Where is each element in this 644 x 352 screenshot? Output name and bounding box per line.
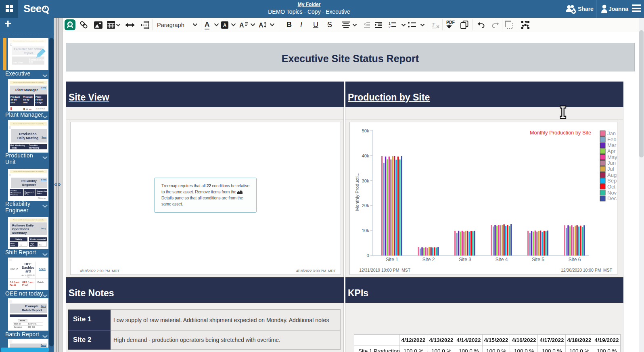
- svg-text:10k: 10k: [362, 228, 369, 233]
- svg-text:May: May: [607, 154, 617, 160]
- svg-text:Oct: Oct: [607, 184, 616, 190]
- svg-text:Feb: Feb: [607, 136, 616, 142]
- svg-text:Jul: Jul: [607, 166, 614, 172]
- svg-text:Site 2: Site 2: [422, 257, 435, 262]
- svg-text:T: T: [431, 21, 435, 28]
- svg-text:Sep: Sep: [607, 178, 617, 184]
- svg-text:50k: 50k: [362, 128, 369, 133]
- svg-text:Site 1: Site 1: [386, 257, 398, 262]
- svg-text:12/31/2019 10:00 PM MST: 12/31/2019 10:00 PM MST: [359, 268, 411, 272]
- svg-text:A: A: [239, 22, 244, 28]
- svg-text:Site 6: Site 6: [569, 257, 581, 262]
- svg-text:Monthly Producti...: Monthly Producti...: [355, 172, 360, 211]
- svg-text:Jun: Jun: [607, 160, 616, 166]
- svg-text:0: 0: [367, 253, 369, 258]
- svg-text:12/30/2020 10:00 PM MST: 12/30/2020 10:00 PM MST: [561, 268, 613, 272]
- svg-text:Apr: Apr: [607, 148, 616, 154]
- svg-text:2: 2: [389, 25, 391, 28]
- svg-text:Site 5: Site 5: [532, 257, 544, 262]
- svg-text:Jan: Jan: [607, 130, 616, 136]
- svg-text:A: A: [223, 22, 227, 28]
- svg-text:20k: 20k: [362, 203, 369, 208]
- svg-text:30k: 30k: [362, 178, 369, 183]
- svg-text:Site 4: Site 4: [496, 257, 508, 262]
- svg-text:Monthly Production by Site: Monthly Production by Site: [530, 130, 591, 136]
- svg-text:Aug: Aug: [607, 172, 617, 178]
- svg-text:See: See: [23, 3, 42, 15]
- svg-text:Nov: Nov: [607, 190, 617, 196]
- svg-text:Site 3: Site 3: [459, 257, 471, 262]
- svg-text:Dec: Dec: [607, 195, 617, 201]
- svg-text:A: A: [259, 22, 263, 28]
- svg-text:40k: 40k: [362, 153, 369, 158]
- svg-text:Mar: Mar: [607, 142, 617, 148]
- svg-text:PDF: PDF: [446, 20, 455, 25]
